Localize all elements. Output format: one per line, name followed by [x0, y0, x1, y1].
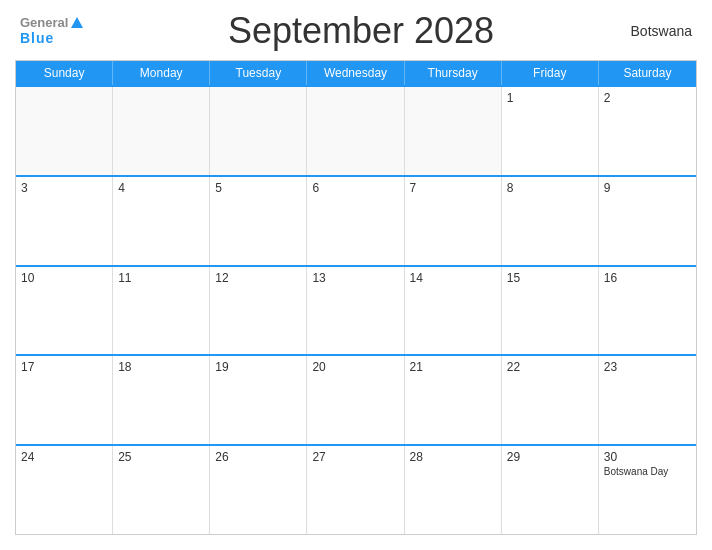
- cell-sep-12: 12: [210, 267, 307, 355]
- week-3: 10 11 12 13 14 15 16: [16, 265, 696, 355]
- date-29: 29: [507, 450, 593, 464]
- cell-sep-24: 24: [16, 446, 113, 534]
- date-22: 22: [507, 360, 593, 374]
- calendar-body: 1 2 3 4 5 6: [16, 85, 696, 534]
- country-label: Botswana: [612, 23, 692, 39]
- date-12: 12: [215, 271, 301, 285]
- header-sunday: Sunday: [16, 61, 113, 85]
- cell-sep-29: 29: [502, 446, 599, 534]
- date-23: 23: [604, 360, 691, 374]
- cell-sep-11: 11: [113, 267, 210, 355]
- cell-sep-8: 8: [502, 177, 599, 265]
- date-18: 18: [118, 360, 204, 374]
- date-11: 11: [118, 271, 204, 285]
- date-25: 25: [118, 450, 204, 464]
- cell-sep-22: 22: [502, 356, 599, 444]
- cell-sep-3: 3: [16, 177, 113, 265]
- month-title: September 2028: [110, 10, 612, 52]
- date-27: 27: [312, 450, 398, 464]
- header-saturday: Saturday: [599, 61, 696, 85]
- cell-sep-20: 20: [307, 356, 404, 444]
- logo: General Blue: [20, 15, 110, 47]
- cell-sep-15: 15: [502, 267, 599, 355]
- date-14: 14: [410, 271, 496, 285]
- cell-sep-23: 23: [599, 356, 696, 444]
- cell-w1-tue: [210, 87, 307, 175]
- cell-sep-30: 30 Botswana Day: [599, 446, 696, 534]
- week-2: 3 4 5 6 7 8 9: [16, 175, 696, 265]
- cell-sep-21: 21: [405, 356, 502, 444]
- date-24: 24: [21, 450, 107, 464]
- cell-sep-13: 13: [307, 267, 404, 355]
- date-21: 21: [410, 360, 496, 374]
- date-2: 2: [604, 91, 691, 105]
- calendar-header: General Blue September 2028 Botswana: [15, 10, 697, 52]
- date-17: 17: [21, 360, 107, 374]
- date-9: 9: [604, 181, 691, 195]
- cell-sep-18: 18: [113, 356, 210, 444]
- header-thursday: Thursday: [405, 61, 502, 85]
- header-tuesday: Tuesday: [210, 61, 307, 85]
- date-16: 16: [604, 271, 691, 285]
- logo-general-text: General: [20, 15, 68, 31]
- cell-w1-mon: [113, 87, 210, 175]
- date-26: 26: [215, 450, 301, 464]
- cell-sep-14: 14: [405, 267, 502, 355]
- cell-w1-wed: [307, 87, 404, 175]
- calendar-grid: Sunday Monday Tuesday Wednesday Thursday…: [15, 60, 697, 535]
- calendar-container: General Blue September 2028 Botswana Sun…: [0, 0, 712, 550]
- date-28: 28: [410, 450, 496, 464]
- week-5: 24 25 26 27 28 29 30 B: [16, 444, 696, 534]
- date-19: 19: [215, 360, 301, 374]
- header-wednesday: Wednesday: [307, 61, 404, 85]
- cell-sep-28: 28: [405, 446, 502, 534]
- date-15: 15: [507, 271, 593, 285]
- date-8: 8: [507, 181, 593, 195]
- cell-sep-25: 25: [113, 446, 210, 534]
- cell-sep-7: 7: [405, 177, 502, 265]
- date-20: 20: [312, 360, 398, 374]
- date-10: 10: [21, 271, 107, 285]
- cell-w1-sun: [16, 87, 113, 175]
- cell-sep-19: 19: [210, 356, 307, 444]
- date-5: 5: [215, 181, 301, 195]
- date-4: 4: [118, 181, 204, 195]
- week-4: 17 18 19 20 21 22 23: [16, 354, 696, 444]
- cell-sep-2: 2: [599, 87, 696, 175]
- date-3: 3: [21, 181, 107, 195]
- cell-sep-9: 9: [599, 177, 696, 265]
- logo-triangle-icon: [71, 17, 83, 28]
- date-6: 6: [312, 181, 398, 195]
- cell-w1-thu: [405, 87, 502, 175]
- cell-sep-6: 6: [307, 177, 404, 265]
- cell-sep-1: 1: [502, 87, 599, 175]
- week-1: 1 2: [16, 85, 696, 175]
- date-7: 7: [410, 181, 496, 195]
- date-1: 1: [507, 91, 593, 105]
- header-monday: Monday: [113, 61, 210, 85]
- cell-sep-16: 16: [599, 267, 696, 355]
- cell-sep-5: 5: [210, 177, 307, 265]
- event-botswana-day: Botswana Day: [604, 466, 691, 477]
- cell-sep-17: 17: [16, 356, 113, 444]
- header-friday: Friday: [502, 61, 599, 85]
- date-30: 30: [604, 450, 691, 464]
- cell-sep-27: 27: [307, 446, 404, 534]
- cell-sep-26: 26: [210, 446, 307, 534]
- date-13: 13: [312, 271, 398, 285]
- day-headers-row: Sunday Monday Tuesday Wednesday Thursday…: [16, 61, 696, 85]
- cell-sep-10: 10: [16, 267, 113, 355]
- cell-sep-4: 4: [113, 177, 210, 265]
- logo-blue-text: Blue: [20, 30, 110, 47]
